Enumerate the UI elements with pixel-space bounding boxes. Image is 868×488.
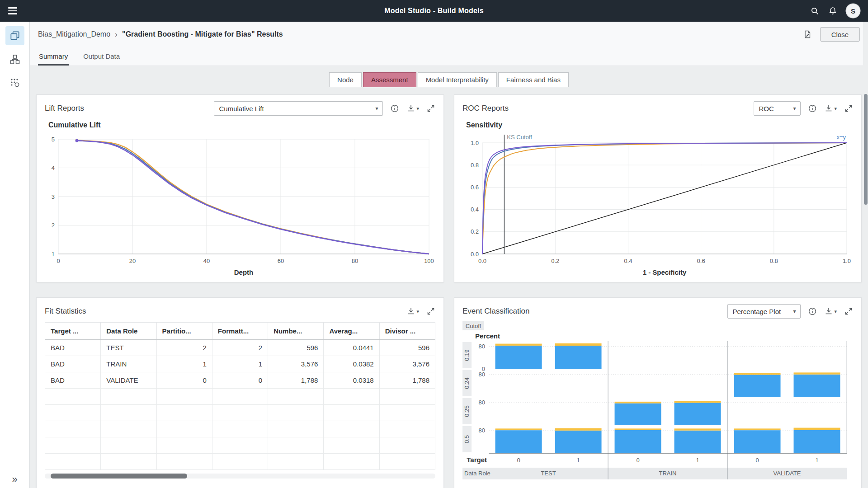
svg-text:80: 80: [479, 399, 485, 406]
log-icon[interactable]: [803, 30, 812, 39]
table-cell: 1: [212, 356, 268, 372]
chevron-down-icon: ▾: [834, 106, 837, 112]
lift-chart-type-dropdown[interactable]: Cumulative Lift ▾: [214, 101, 383, 116]
svg-text:2: 2: [52, 222, 55, 229]
fit-statistics-panel: Fit Statistics ▾ Target ...Data RolePart…: [36, 297, 444, 488]
download-button[interactable]: ▾: [406, 104, 419, 113]
info-icon[interactable]: [808, 307, 817, 316]
column-header[interactable]: Data Role: [101, 323, 156, 340]
svg-text:80: 80: [479, 371, 485, 378]
sidebar-expand-button[interactable]: »: [0, 474, 29, 484]
main-area: Bias_Mitigation_Demo › "Gradient Boostin…: [30, 22, 868, 488]
horizontal-scrollbar[interactable]: [45, 474, 435, 479]
svg-text:Cumulative Lift: Cumulative Lift: [48, 121, 101, 129]
table-cell: 1: [156, 356, 212, 372]
svg-text:3: 3: [52, 193, 55, 200]
chevron-down-icon: ▾: [793, 105, 796, 112]
svg-text:1: 1: [815, 457, 818, 464]
column-header[interactable]: Formatt...: [212, 323, 268, 340]
svg-text:0.8: 0.8: [770, 258, 778, 264]
breadcrumb-project-link[interactable]: Bias_Mitigation_Demo: [38, 30, 110, 38]
empty-table-row: [45, 389, 435, 405]
svg-text:Target: Target: [467, 456, 487, 464]
download-button[interactable]: ▾: [824, 307, 837, 316]
expand-icon[interactable]: [426, 104, 435, 113]
svg-text:1: 1: [52, 251, 55, 258]
info-icon[interactable]: [390, 104, 399, 113]
close-button[interactable]: Close: [820, 27, 860, 42]
table-cell: TEST: [101, 340, 156, 356]
topbar: Model Studio - Build Models S: [0, 0, 868, 22]
table-row[interactable]: BADVALIDATE001,7880.03181,788: [45, 372, 435, 389]
chevron-down-icon: ▾: [375, 105, 378, 112]
roc-chart-type-dropdown[interactable]: ROC ▾: [754, 101, 801, 116]
header-actions: Close: [803, 27, 860, 42]
expand-icon[interactable]: [844, 104, 853, 113]
sidebar-item-pipeline[interactable]: [5, 50, 24, 69]
column-header[interactable]: Partitio...: [156, 323, 212, 340]
table-row[interactable]: BADTEST225960.0441596: [45, 340, 435, 356]
column-header[interactable]: Target ...: [45, 323, 101, 340]
toggle-fairness-and-bias[interactable]: Fairness and Bias: [498, 72, 569, 87]
download-icon: [406, 104, 415, 113]
table-cell: 1,788: [379, 372, 435, 389]
svg-text:4: 4: [52, 164, 55, 171]
toggle-node[interactable]: Node: [329, 72, 362, 87]
svg-text:Cutoff: Cutoff: [466, 323, 481, 329]
sidebar-item-data[interactable]: [5, 73, 24, 92]
table-cell: 0.0441: [324, 340, 379, 356]
svg-text:0: 0: [636, 457, 639, 464]
table-header-row: Target ...Data RolePartitio...Formatt...…: [45, 323, 435, 340]
results-view-toggle: Node Assessment Model Interpretability F…: [36, 72, 862, 87]
download-icon: [406, 307, 415, 316]
toggle-model-interpretability[interactable]: Model Interpretability: [418, 72, 497, 87]
roc-chart: 0.00.20.40.60.81.00.00.20.40.60.81.0KS C…: [462, 117, 854, 277]
svg-text:20: 20: [129, 258, 136, 264]
svg-text:0: 0: [755, 457, 759, 464]
tab-output-data[interactable]: Output Data: [82, 47, 121, 66]
content-area: Node Assessment Model Interpretability F…: [30, 66, 868, 488]
toggle-assessment[interactable]: Assessment: [363, 72, 416, 87]
table-cell: 0.0318: [324, 372, 379, 389]
user-avatar[interactable]: S: [846, 4, 860, 18]
svg-text:VALIDATE: VALIDATE: [774, 470, 801, 477]
svg-text:0: 0: [57, 258, 60, 264]
hamburger-menu-button[interactable]: [0, 0, 25, 22]
svg-text:Percent: Percent: [475, 332, 500, 340]
svg-text:x=y: x=y: [836, 134, 846, 141]
expand-icon[interactable]: [844, 307, 853, 316]
chevron-down-icon: ▾: [834, 309, 837, 314]
svg-text:1 - Specificity: 1 - Specificity: [643, 268, 687, 276]
info-icon[interactable]: [808, 104, 817, 113]
expand-icon[interactable]: [426, 307, 435, 316]
column-header[interactable]: Averag...: [324, 323, 379, 340]
search-icon[interactable]: [810, 6, 819, 15]
svg-text:100: 100: [424, 258, 434, 264]
page-scrollbar-thumb[interactable]: [864, 94, 868, 205]
column-header[interactable]: Divisor ...: [379, 323, 435, 340]
hamburger-icon: [8, 7, 17, 9]
empty-table-row: [45, 405, 435, 421]
column-header[interactable]: Numbe...: [268, 323, 324, 340]
event-classification-title: Event Classification: [462, 307, 529, 316]
breadcrumb: Bias_Mitigation_Demo › "Gradient Boostin…: [30, 22, 868, 47]
tab-summary[interactable]: Summary: [38, 47, 69, 66]
table-cell: VALIDATE: [101, 372, 156, 389]
horizontal-scrollbar-thumb[interactable]: [51, 474, 187, 479]
download-button[interactable]: ▾: [824, 104, 837, 113]
page-scrollbar[interactable]: [863, 22, 868, 488]
app-title: Model Studio - Build Models: [384, 7, 484, 15]
svg-text:1: 1: [576, 457, 580, 464]
notifications-bell-icon[interactable]: [828, 6, 837, 15]
sidebar-item-results[interactable]: [5, 26, 24, 45]
svg-text:0.2: 0.2: [551, 258, 559, 264]
download-button[interactable]: ▾: [406, 307, 419, 316]
svg-text:0.24: 0.24: [463, 377, 470, 389]
breadcrumb-separator: ›: [115, 30, 118, 39]
svg-text:Data Role: Data Role: [464, 470, 491, 477]
svg-text:0.19: 0.19: [463, 349, 470, 361]
fit-statistics-table: Target ...Data RolePartitio...Formatt...…: [45, 322, 435, 470]
event-chart-type-dropdown[interactable]: Percentage Plot ▾: [727, 304, 801, 319]
lift-reports-title: Lift Reports: [45, 104, 84, 113]
table-row[interactable]: BADTRAIN113,5760.03823,576: [45, 356, 435, 372]
